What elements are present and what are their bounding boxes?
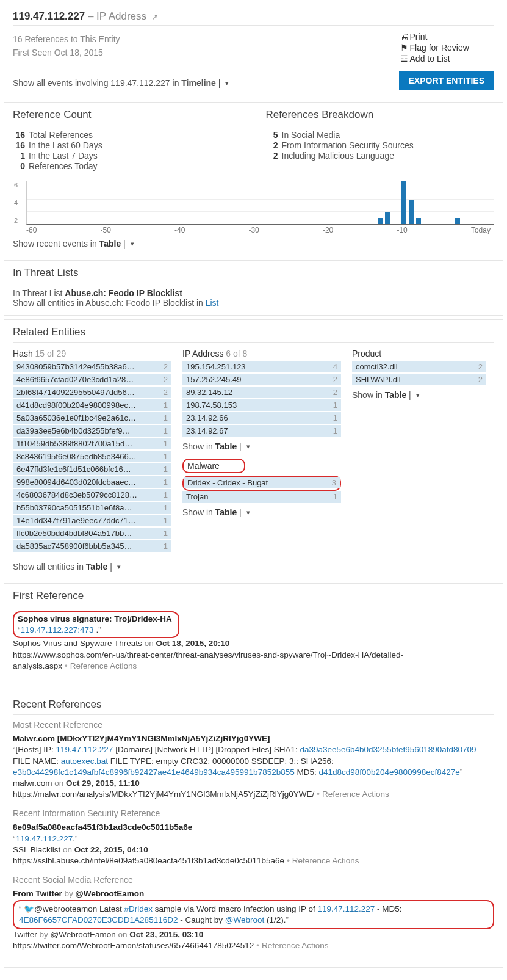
- ip-value: 119.47.112.227: [13, 10, 85, 22]
- infosec-title[interactable]: 8e09af5a080eacfa451f3b1ad3cde0c5011b5a6e: [13, 822, 494, 833]
- entity-item[interactable]: Dridex - Cridex - Bugat3: [184, 477, 340, 488]
- entity-item[interactable]: SHLWAPI.dll2: [352, 374, 486, 385]
- entity-item[interactable]: da39a3ee5e6b4b0d3255bfef9…1: [13, 425, 171, 437]
- entity-item[interactable]: 198.74.58.1531: [182, 399, 341, 411]
- show-recent-toggle[interactable]: Show recent events in Table |: [13, 239, 494, 249]
- list-icon: ☲: [399, 54, 410, 64]
- entity-item[interactable]: 4c68036784d8c3eb5079cc8128…1: [13, 489, 171, 501]
- malware-show-toggle[interactable]: Show in Table |: [182, 507, 341, 517]
- social-head: Recent Social Media Reference: [13, 875, 494, 885]
- entity-item[interactable]: 2bf68f4714092295550497dd56…2: [13, 387, 171, 398]
- entity-item[interactable]: 157.252.245.492: [182, 374, 341, 385]
- first-reference-panel: First Reference Sophos virus signature: …: [4, 583, 503, 688]
- entity-item[interactable]: 6e47ffd3fe1c6f1d51c066bfc16…1: [13, 463, 171, 475]
- entity-item[interactable]: Trojan1: [182, 491, 341, 503]
- product-heading: Product: [352, 349, 381, 358]
- entity-item[interactable]: da5835ac7458900f6bbb5a345…1: [13, 540, 171, 552]
- entity-item[interactable]: 4e86f6657cfad0270e3cdd1a28…2: [13, 374, 171, 385]
- stat-line: 2From Information Security Sources: [266, 140, 495, 150]
- stat-line: 5In Social Media: [266, 130, 495, 140]
- export-entities-button[interactable]: EXPORT ENTITIES: [399, 71, 494, 90]
- entity-item[interactable]: 8c8436195f6e0875edb85e3466…1: [13, 451, 171, 462]
- related-entities-panel: Related Entities Hash 15 of 29 94308059b…: [4, 319, 503, 579]
- entity-item[interactable]: b55b03790ca5051551b1e6f8a…1: [13, 502, 171, 514]
- chevron-down-icon[interactable]: [223, 78, 229, 88]
- chevron-down-icon[interactable]: [115, 562, 121, 572]
- reference-actions-link[interactable]: Reference Actions: [70, 661, 137, 670]
- hash-heading: Hash: [13, 349, 33, 358]
- entity-item[interactable]: 89.32.145.122: [182, 387, 341, 398]
- entity-item[interactable]: ffc0b2e50bdd4bdbf804a517bb…1: [13, 528, 171, 539]
- chart-bar: [455, 218, 460, 224]
- stat-line: 0References Today: [13, 161, 242, 171]
- stat-line: 2Including Malicious Language: [266, 151, 495, 161]
- chart-bar: [409, 200, 414, 224]
- stat-line: 1In the Last 7 Days: [13, 151, 242, 161]
- external-link-icon[interactable]: ↗: [152, 13, 158, 21]
- chart-bar: [401, 181, 406, 224]
- header-panel: 119.47.112.227 – IP Address ↗ 16 Referen…: [4, 4, 503, 98]
- recent-references-panel: Recent References Most Recent Reference …: [4, 692, 503, 968]
- flag-icon: ⚑: [399, 43, 410, 53]
- most-recent-head: Most Recent Reference: [13, 720, 494, 730]
- related-entities-title: Related Entities: [13, 326, 494, 338]
- entity-item[interactable]: d41d8cd98f00b204e9800998ec…1: [13, 399, 171, 411]
- threat-list-name: Abuse.ch: Feodo IP Blocklist: [65, 288, 182, 298]
- show-threat-entities[interactable]: Show all entities in Abuse.ch: Feodo IP …: [13, 298, 494, 308]
- product-show-toggle[interactable]: Show in Table |: [352, 390, 486, 400]
- first-ref-source: Sophos Virus and Spyware Threats: [13, 639, 142, 648]
- first-reference-title: First Reference: [13, 590, 494, 602]
- show-all-entities-toggle[interactable]: Show all entities in Table |: [13, 562, 494, 572]
- chart-bar: [378, 218, 383, 224]
- entity-item[interactable]: 23.14.92.661: [182, 412, 341, 424]
- first-ref-headline[interactable]: Sophos virus signature: Troj/Dridex-HA: [18, 614, 172, 623]
- first-seen-line: First Seen Oct 18, 2015: [13, 48, 229, 57]
- ip-show-toggle[interactable]: Show in Table |: [182, 441, 341, 451]
- timeline-toggle[interactable]: Show all events involving 119.47.112.227…: [13, 78, 229, 88]
- references-breakdown-title: References Breakdown: [266, 109, 495, 121]
- entity-item[interactable]: 195.154.251.1234: [182, 361, 341, 372]
- reference-chart: 642 -60-50-40-30-20-10Today: [26, 181, 494, 234]
- entity-item[interactable]: 94308059b57b3142e455b38a6…2: [13, 361, 171, 372]
- reference-count-panel: Reference Count 16Total References16In t…: [4, 102, 503, 256]
- first-ref-quote[interactable]: 119.47.112.227:473: [21, 625, 94, 634]
- chevron-down-icon[interactable]: [414, 390, 420, 400]
- threat-lists-panel: In Threat Lists In Threat List Abuse.ch:…: [4, 260, 503, 316]
- chevron-down-icon[interactable]: [128, 239, 134, 249]
- most-recent-title[interactable]: Malwr.com [MDkxYTI2YjM4YmY1NGI3MmIxNjA5Y…: [13, 733, 494, 744]
- entity-item[interactable]: 5a03a65036e1e0f1bc49e2a61c…1: [13, 412, 171, 424]
- recent-references-title: Recent References: [13, 699, 494, 711]
- entity-type: IP Address: [96, 10, 146, 22]
- stat-line: 16In the Last 60 Days: [13, 140, 242, 150]
- threat-lists-title: In Threat Lists: [13, 267, 494, 279]
- chevron-down-icon[interactable]: [244, 507, 250, 517]
- chart-bar: [385, 212, 390, 224]
- entity-item[interactable]: 998e80094d6403d020fdcbaaec…1: [13, 476, 171, 488]
- first-ref-date: Oct 18, 2015, 20:10: [156, 639, 229, 648]
- entity-item[interactable]: 1f10459db5389f8802f700a15d…1: [13, 438, 171, 449]
- entity-item[interactable]: 23.14.92.671: [182, 425, 341, 437]
- refs-count-line: 16 References to This Entity: [13, 34, 229, 44]
- entity-item[interactable]: 14e1dd347f791ae9eec77ddc71…1: [13, 515, 171, 526]
- chart-bar: [416, 218, 421, 224]
- entity-item[interactable]: comctl32.dll2: [352, 361, 486, 372]
- print-icon: 🖨: [399, 32, 410, 42]
- chevron-down-icon[interactable]: [244, 441, 250, 451]
- ip-heading: IP Address: [182, 349, 223, 358]
- print-action[interactable]: 🖨Print: [399, 32, 494, 42]
- infosec-head: Recent Information Security Reference: [13, 808, 494, 818]
- stat-line: 16Total References: [13, 130, 242, 140]
- flag-action[interactable]: ⚑Flag for Review: [399, 43, 494, 53]
- add-to-list-action[interactable]: ☲Add to List: [399, 54, 494, 64]
- twitter-icon: 🐦: [24, 904, 34, 913]
- malware-heading: Malware: [187, 461, 220, 471]
- reference-count-title: Reference Count: [13, 109, 242, 121]
